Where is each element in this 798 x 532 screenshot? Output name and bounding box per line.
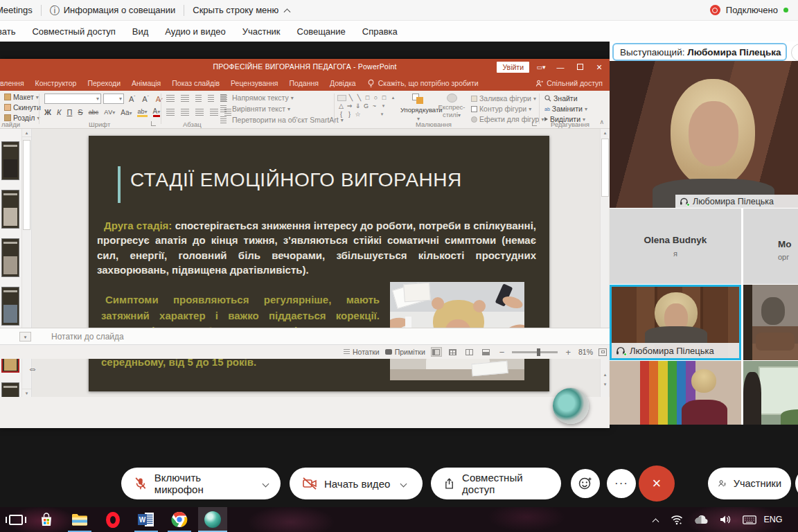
text-direction-button[interactable]: Напрямок тексту▾ [220, 94, 294, 102]
shape-arrow-right-icon[interactable]: ⇒ [346, 103, 353, 109]
strikethrough2-button[interactable]: abc [89, 109, 99, 116]
thumb-scroll-thumb[interactable] [23, 140, 30, 230]
shape-rect-icon[interactable]: □ [364, 94, 371, 101]
quick-styles-button[interactable]: Експрес-стилі▾ [436, 94, 467, 119]
mic-options-chevron[interactable] [263, 480, 269, 487]
tab-view[interactable]: Подання [284, 79, 324, 87]
recording-icon[interactable] [710, 5, 720, 15]
comments-toggle-button[interactable]: Примітки [385, 348, 425, 356]
font-color-button[interactable]: А▾ [153, 107, 161, 117]
ribbon-display-options-button[interactable]: ▭▾ [533, 64, 549, 71]
webex-floating-bubble[interactable] [553, 388, 589, 424]
more-options-button[interactable]: ··· [607, 469, 636, 498]
meeting-info-button[interactable]: ⓘ Информация о совещании [50, 5, 176, 15]
decrease-indent-icon[interactable] [195, 95, 202, 102]
tab-review[interactable]: Рецензування [225, 79, 283, 87]
tab-design[interactable]: Конструктор [30, 79, 82, 87]
slide-thumbnail-1[interactable] [1, 141, 19, 180]
hide-menu-button[interactable]: Скрыть строку меню [193, 5, 290, 15]
strikethrough-button[interactable]: S [78, 108, 82, 116]
participants-button[interactable]: Участники [708, 468, 791, 499]
tab-transitions[interactable]: Переходи [82, 79, 126, 87]
taskbar-chrome[interactable] [165, 507, 194, 532]
taskbar-webex-active[interactable] [198, 507, 227, 532]
thumb-scroll-up[interactable]: ▴ [22, 129, 31, 137]
menu-item-help[interactable]: Справка [362, 26, 398, 37]
leave-meeting-button[interactable]: × [639, 466, 675, 502]
shape-star-icon[interactable]: ☆ [354, 111, 362, 118]
grow-font-button[interactable]: Аˆ [129, 95, 135, 103]
shape-arrow-down-icon[interactable]: ⇓ [354, 103, 362, 109]
shapes-scroll-up[interactable]: ▴ [389, 94, 398, 102]
shape-triangle-icon[interactable]: △ [337, 103, 345, 109]
slide-thumbnail-6[interactable] [1, 382, 19, 397]
view-slideshow-button[interactable] [481, 347, 492, 357]
notes-collapse-button[interactable]: ▾ [19, 332, 31, 342]
main-speaker-video[interactable]: Любомира Пілецька [610, 61, 798, 208]
tell-me-box[interactable]: Скажіть, що потрібно зробити [362, 79, 484, 88]
notes-placeholder[interactable]: Нотатки до слайда [51, 332, 124, 342]
bold-button[interactable]: Ж [44, 108, 51, 116]
shape-curve-icon[interactable]: ~ [371, 103, 378, 109]
participant-video-classroom[interactable] [610, 361, 741, 425]
task-view-button[interactable] [1, 507, 30, 532]
layout-button[interactable]: Макет▾ [4, 93, 41, 101]
find-button[interactable]: Знайти [544, 94, 578, 103]
video-options-chevron[interactable] [400, 480, 407, 487]
shape-outline-button[interactable]: Контур фігури▾ [471, 105, 531, 113]
menu-item-view[interactable]: Вид [132, 26, 149, 37]
participant-tile-olena[interactable]: Olena Budnyk я [610, 209, 741, 284]
shrink-font-button[interactable]: Аˇ [142, 95, 148, 103]
pane-resize-handle[interactable]: ⇔ [28, 363, 37, 374]
bullets-icon[interactable] [166, 95, 175, 102]
minimize-button[interactable]: — [553, 63, 568, 71]
participant-tile-host[interactable]: Mo орг [743, 209, 798, 284]
clear-formatting-button[interactable]: A̷ [156, 95, 161, 103]
tray-language[interactable]: ENG [761, 507, 786, 532]
share-content-button[interactable]: Совместный доступ [431, 468, 561, 499]
replace-button[interactable]: abЗамінити▾ [544, 105, 587, 113]
collapse-ribbon-button[interactable]: ∧ [599, 118, 604, 125]
taskbar-file-explorer[interactable] [65, 507, 94, 532]
panel-collapse-button[interactable] [791, 44, 798, 62]
shape-oval-icon[interactable]: ○ [372, 94, 380, 101]
menu-item-meeting[interactable]: Совещание [297, 26, 346, 37]
tab-slideshow[interactable]: Показ слайдів [166, 79, 225, 87]
menu-item-participant[interactable]: Участник [242, 26, 281, 37]
align-right-icon[interactable] [195, 109, 204, 116]
sign-in-button[interactable]: Увійти [497, 62, 529, 73]
align-left-icon[interactable] [166, 109, 175, 116]
taskbar-store[interactable] [32, 507, 61, 532]
italic-button[interactable]: К [57, 108, 61, 116]
align-text-button[interactable]: Вирівняти текст▾ [220, 105, 290, 113]
zoom-out-button[interactable]: − [497, 347, 507, 357]
zoom-slider[interactable] [512, 351, 558, 353]
shape-brace-open-icon[interactable]: { [337, 111, 345, 118]
taskbar-opera[interactable] [98, 507, 127, 532]
numbering-icon[interactable] [181, 95, 189, 102]
character-spacing-button[interactable]: АV▾ [104, 109, 115, 116]
change-case-button[interactable]: Aa▾ [121, 109, 132, 116]
tray-wifi[interactable] [666, 507, 687, 532]
scroll-thumb[interactable] [601, 139, 609, 197]
tab-insert[interactable]: влення [0, 79, 30, 87]
thumb-scroll-down[interactable]: ▾ [22, 389, 31, 397]
convert-smartart-button[interactable]: Перетворити на об'єкт SmartArt▾ [220, 116, 344, 124]
justify-icon[interactable] [210, 109, 218, 116]
menu-item-audio-video[interactable]: Аудио и видео [165, 26, 225, 37]
shapes-scroll-down[interactable]: ▾ [379, 102, 388, 110]
reset-button[interactable]: Скинути [4, 103, 41, 112]
restore-button[interactable] [572, 63, 587, 71]
underline-button[interactable]: П [66, 108, 72, 116]
view-normal-button[interactable] [431, 347, 442, 357]
arrange-button[interactable]: Упорядкувати ▾ [400, 94, 436, 122]
active-speaker-pill[interactable]: Выступающий: Любомира Пілецька [612, 43, 787, 61]
app-menu-meetings[interactable]: Meetings [0, 5, 33, 15]
slide-thumbnail-2[interactable] [1, 190, 19, 229]
scroll-up-button[interactable]: ▴ [601, 129, 610, 137]
participant-video-liubomyra[interactable]: Любомира Пілецька [610, 285, 741, 360]
fit-slide-button[interactable] [598, 348, 607, 356]
tray-show-hidden-icons[interactable] [646, 507, 665, 532]
taskbar-word[interactable]: W [132, 507, 161, 532]
tab-help[interactable]: Довідка [324, 79, 362, 87]
